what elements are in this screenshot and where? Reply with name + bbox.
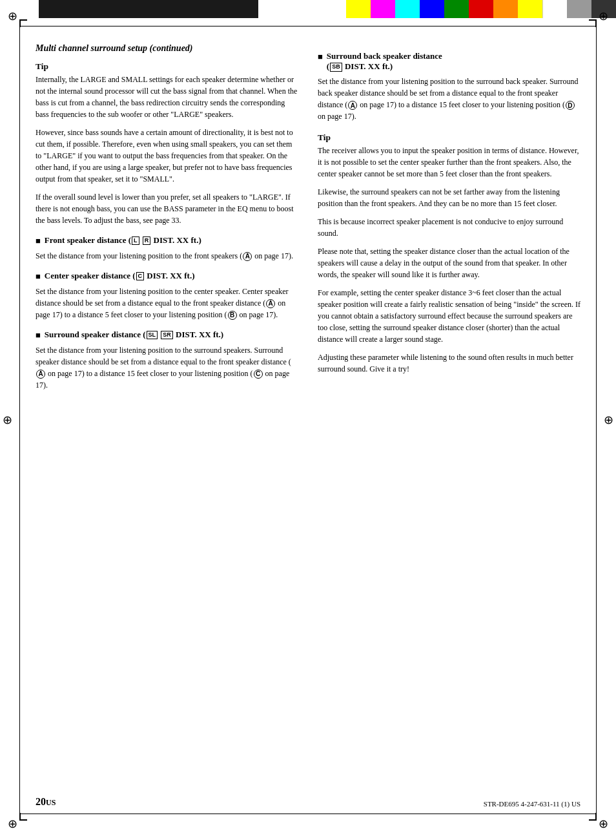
right-column: Surround back speaker distance(SB DIST. … [318, 42, 580, 798]
circle-C-surround: C [254, 370, 263, 379]
corner-bottom-right [589, 813, 597, 821]
surround-speaker-heading: Surround speaker distance (SL SR DIST. X… [36, 330, 298, 341]
color-orange [493, 0, 518, 18]
color-yellow2 [518, 0, 542, 18]
border-left [19, 26, 20, 814]
page: ⊕ ⊕ ⊕ ⊕ ⊕ ⊕ Multi channel surround setup… [0, 0, 616, 840]
surround-badge-SL: SL [147, 331, 158, 340]
center-speaker-heading: Center speaker distance (C DIST. XX ft.) [36, 271, 298, 282]
sb-badge-SB: SB [330, 63, 342, 72]
border-top [19, 26, 597, 26]
border-bottom [19, 814, 597, 814]
page-number: 20US [36, 796, 56, 808]
circle-A-center: A [266, 299, 275, 308]
circle-A-surround: A [36, 370, 45, 379]
circle-A-sb: A [348, 101, 357, 110]
sb-speaker-heading: Surround back speaker distance(SB DIST. … [318, 51, 580, 72]
center-badge-C: C [136, 272, 145, 281]
color-yellow [346, 0, 371, 18]
corner-bottom-left [19, 813, 27, 821]
surround-speaker-text: Set the distance from your listening pos… [36, 344, 298, 391]
tip2-para3: This is because incorrect speaker placem… [318, 216, 580, 239]
color-blue [420, 0, 444, 18]
front-badge-L: L [132, 236, 139, 246]
center-heading-text: Center speaker distance (C DIST. XX ft.) [45, 271, 195, 281]
section-title: Multi channel surround setup (continued) [36, 42, 298, 55]
reg-mark-middle-right: ⊕ [604, 413, 613, 427]
tip2-para6: Adjusting these parameter while listenin… [318, 352, 580, 375]
color-magenta [371, 0, 395, 18]
reg-mark-top-right: ⊕ [599, 9, 608, 23]
main-content: Multi channel surround setup (continued)… [36, 42, 580, 798]
front-badge-R: R [143, 236, 151, 246]
black-bar-top [39, 0, 258, 18]
footer-code: STR-DE695 4-247-631-11 (1) US [484, 800, 580, 808]
color-bars [346, 0, 616, 18]
circle-B-center: B [228, 311, 237, 320]
surround-heading-text: Surround speaker distance (SL SR DIST. X… [45, 330, 223, 340]
left-column: Multi channel surround setup (continued)… [36, 42, 298, 798]
tip2-para5: For example, setting the center speaker … [318, 287, 580, 345]
tip-heading-2: Tip [318, 132, 580, 143]
circle-D-sb: D [566, 101, 575, 110]
front-heading-text: Front speaker distance (L R DIST. XX ft.… [45, 235, 201, 246]
reg-mark-bottom-right: ⊕ [599, 817, 608, 831]
tip-body-3: If the overall sound level is lower than… [36, 191, 298, 226]
front-speaker-heading: Front speaker distance (L R DIST. XX ft.… [36, 235, 298, 246]
tip2-para1: The receiver allows you to input the spe… [318, 145, 580, 180]
color-gray [567, 0, 591, 18]
circle-A-front: A [243, 252, 252, 261]
corner-top-right [589, 19, 597, 27]
center-speaker-text: Set the distance from your listening pos… [36, 286, 298, 320]
color-cyan [395, 0, 420, 18]
front-speaker-text: Set the distance from your listening pos… [36, 250, 298, 262]
color-white [542, 0, 567, 18]
border-right [596, 26, 597, 814]
corner-top-left [19, 19, 27, 27]
tip2-para4: Please note that, setting the speaker di… [318, 246, 580, 280]
tip-body-2: However, since bass sounds have a certai… [36, 127, 298, 185]
color-green [444, 0, 469, 18]
sb-heading-text: Surround back speaker distance(SB DIST. … [327, 51, 442, 72]
tip-heading-1: Tip [36, 61, 298, 72]
tip2-para2: Likewise, the surround speakers can not … [318, 186, 580, 209]
color-red [469, 0, 493, 18]
reg-mark-top-left: ⊕ [8, 9, 17, 23]
tip-body-1: Internally, the LARGE and SMALL settings… [36, 74, 298, 120]
reg-mark-bottom-left: ⊕ [8, 817, 17, 831]
reg-mark-middle-left: ⊕ [3, 413, 12, 427]
sb-speaker-text: Set the distance from your listening pos… [318, 76, 580, 122]
surround-badge-SR: SR [161, 331, 173, 340]
